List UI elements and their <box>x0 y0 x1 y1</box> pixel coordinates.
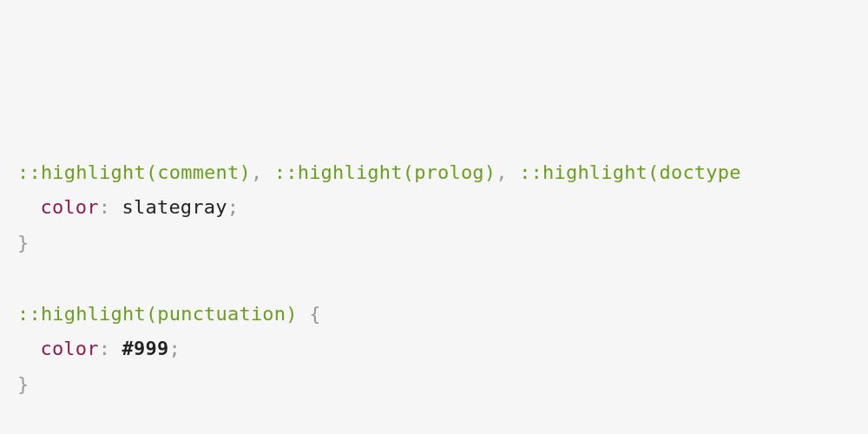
rule-1-close: } <box>17 226 868 261</box>
blank-line <box>17 403 868 434</box>
close-brace: } <box>17 232 29 253</box>
open-brace: { <box>309 303 320 325</box>
code-block: ::highlight(comment), ::highlight(prolog… <box>17 155 868 434</box>
semicolon: ; <box>227 196 239 218</box>
comma-sep: , <box>251 161 274 183</box>
css-value-999: #999 <box>122 338 169 359</box>
space <box>298 303 309 325</box>
selector-highlight-doctype: ::highlight(doctype <box>519 161 740 183</box>
rule-1-declaration: color: slategray; <box>17 190 868 226</box>
close-brace: } <box>17 373 29 395</box>
semicolon: ; <box>168 338 180 359</box>
comma-sep: , <box>496 161 519 183</box>
blank-line <box>17 261 868 297</box>
css-property-color: color <box>40 196 98 218</box>
colon: : <box>99 196 122 218</box>
selector-highlight-comment: ::highlight(comment) <box>17 161 251 183</box>
rule-1-selector-line: ::highlight(comment), ::highlight(prolog… <box>17 155 868 191</box>
selector-highlight-prolog: ::highlight(prolog) <box>274 161 496 183</box>
rule-2-declaration: color: #999; <box>17 332 868 367</box>
rule-2-close: } <box>17 367 868 403</box>
css-value-slategray: slategray <box>122 196 227 218</box>
css-property-color: color <box>40 338 98 359</box>
selector-highlight-punctuation: ::highlight(punctuation) <box>17 303 298 325</box>
rule-2-selector-line: ::highlight(punctuation) { <box>17 297 868 332</box>
colon: : <box>99 338 122 359</box>
